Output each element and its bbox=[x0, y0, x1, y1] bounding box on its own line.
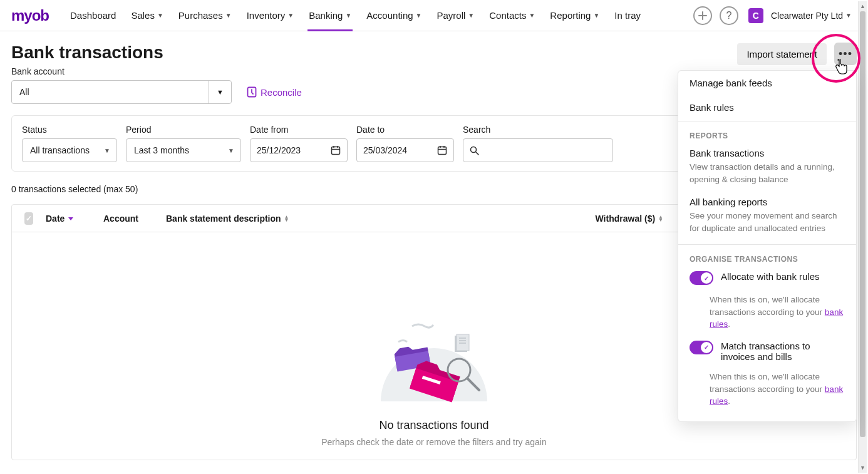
toggle-allocate-bank-rules[interactable] bbox=[690, 271, 713, 285]
empty-subtitle: Perhaps check the date or remove the fil… bbox=[12, 437, 856, 447]
column-description[interactable]: Bank statement description ▲▼ bbox=[160, 214, 582, 224]
company-name: Clearwater Pty Ltd bbox=[771, 11, 843, 21]
chevron-down-icon: ▼ bbox=[845, 12, 852, 19]
chevron-down-icon: ▼ bbox=[287, 12, 294, 19]
page-title: Bank transactions bbox=[11, 43, 302, 63]
column-withdrawal[interactable]: Withdrawal ($) ▲▼ bbox=[582, 214, 669, 224]
more-actions-menu: Manage bank feeds Bank rules REPORTS Ban… bbox=[678, 70, 857, 422]
period-label: Period bbox=[126, 125, 241, 135]
toggle-match-invoices[interactable] bbox=[690, 341, 713, 354]
date-to-input[interactable]: 25/03/2024 bbox=[356, 138, 454, 162]
scroll-up-arrow[interactable]: ▲ bbox=[859, 1, 867, 11]
reconcile-icon bbox=[247, 86, 257, 98]
search-label: Search bbox=[463, 125, 613, 135]
search-input[interactable] bbox=[463, 138, 613, 162]
sort-icon: ▲▼ bbox=[658, 215, 663, 222]
nav-in-tray[interactable]: In tray bbox=[608, 0, 647, 31]
top-navigation: myob Dashboard Sales▼ Purchases▼ Invento… bbox=[0, 0, 868, 31]
plus-icon bbox=[698, 11, 707, 20]
chevron-down-icon: ▼ bbox=[209, 81, 231, 103]
nav-dashboard[interactable]: Dashboard bbox=[64, 0, 122, 31]
nav-payroll[interactable]: Payroll▼ bbox=[430, 0, 480, 31]
menu-section-organise: ORGANISE TRANSACTIONS bbox=[678, 252, 856, 269]
chevron-down-icon: ▼ bbox=[593, 12, 599, 19]
svg-point-3 bbox=[471, 147, 477, 152]
sort-desc-icon bbox=[68, 215, 74, 222]
nav-inventory[interactable]: Inventory▼ bbox=[240, 0, 301, 31]
import-statement-button[interactable]: Import statement bbox=[737, 43, 827, 65]
help-button[interactable]: ? bbox=[720, 6, 738, 25]
chevron-down-icon: ▼ bbox=[98, 147, 116, 154]
brand-logo: myob bbox=[11, 7, 49, 24]
chevron-down-icon: ▼ bbox=[529, 12, 535, 19]
search-field[interactable] bbox=[484, 145, 606, 155]
nav-accounting[interactable]: Accounting▼ bbox=[360, 0, 428, 31]
ellipsis-icon: ••• bbox=[839, 48, 852, 61]
nav-reporting[interactable]: Reporting▼ bbox=[544, 0, 606, 31]
bank-account-value: All bbox=[19, 87, 29, 97]
column-date[interactable]: Date bbox=[39, 214, 97, 224]
company-selector[interactable]: C Clearwater Pty Ltd ▼ bbox=[743, 8, 857, 23]
period-select[interactable]: Last 3 months ▼ bbox=[126, 138, 241, 162]
menu-all-banking-reports[interactable]: All banking reports See your money movem… bbox=[678, 194, 856, 243]
chevron-down-icon: ▼ bbox=[416, 12, 422, 19]
menu-bank-transactions-report[interactable]: Bank transactions View transaction detai… bbox=[678, 145, 856, 194]
toggle-allocate-desc: When this is on, we'll allocate transact… bbox=[710, 294, 856, 338]
vertical-scrollbar[interactable]: ▲ ▼ bbox=[858, 1, 867, 473]
date-from-input[interactable]: 25/12/2023 bbox=[250, 138, 348, 162]
date-from-label: Date from bbox=[250, 125, 348, 135]
create-button[interactable] bbox=[693, 6, 712, 25]
reconcile-link[interactable]: Reconcile bbox=[247, 86, 302, 98]
menu-manage-bank-feeds[interactable]: Manage bank feeds bbox=[678, 71, 856, 95]
nav-banking[interactable]: Banking▼ bbox=[302, 0, 358, 31]
nav-purchases[interactable]: Purchases▼ bbox=[172, 0, 238, 31]
menu-section-reports: REPORTS bbox=[678, 129, 856, 145]
bank-account-select[interactable]: All ▼ bbox=[11, 80, 232, 104]
calendar-icon bbox=[437, 145, 447, 155]
status-label: Status bbox=[22, 125, 117, 135]
scroll-thumb[interactable] bbox=[860, 11, 865, 437]
toggle-match-desc: When this is on, we'll allocate transact… bbox=[710, 371, 856, 415]
empty-illustration bbox=[362, 276, 506, 408]
chevron-down-icon: ▼ bbox=[157, 12, 163, 19]
menu-bank-rules[interactable]: Bank rules bbox=[678, 95, 856, 120]
select-all-checkbox[interactable]: ✓ bbox=[24, 212, 33, 225]
chevron-down-icon: ▼ bbox=[345, 12, 351, 19]
chevron-down-icon: ▼ bbox=[225, 12, 232, 19]
column-account[interactable]: Account bbox=[97, 214, 160, 224]
scroll-down-arrow[interactable]: ▼ bbox=[859, 463, 867, 473]
bank-account-label: Bank account bbox=[11, 66, 302, 76]
date-to-label: Date to bbox=[356, 125, 454, 135]
toggle-allocate-label: Allocate with bank rules bbox=[721, 271, 820, 282]
more-actions-button[interactable]: ••• bbox=[834, 43, 857, 65]
nav-sales[interactable]: Sales▼ bbox=[125, 0, 169, 31]
chevron-down-icon: ▼ bbox=[468, 12, 474, 19]
chevron-down-icon: ▼ bbox=[222, 147, 240, 154]
sort-icon: ▲▼ bbox=[284, 215, 289, 222]
calendar-icon bbox=[331, 145, 341, 155]
svg-rect-1 bbox=[332, 147, 340, 155]
status-select[interactable]: All transactions ▼ bbox=[22, 138, 117, 162]
question-icon: ? bbox=[726, 10, 731, 21]
company-badge: C bbox=[748, 8, 763, 23]
svg-rect-2 bbox=[438, 147, 447, 155]
toggle-match-label: Match transactions to invoices and bills bbox=[721, 341, 845, 362]
search-icon bbox=[470, 146, 479, 155]
svg-rect-8 bbox=[457, 334, 469, 351]
nav-contacts[interactable]: Contacts▼ bbox=[483, 0, 541, 31]
